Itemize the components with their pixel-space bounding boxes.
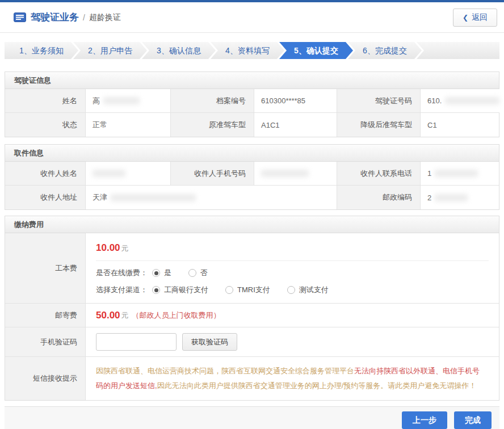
field-value-new-class: C1 <box>421 113 499 137</box>
step-tab-1[interactable]: 1、业务须知 <box>5 42 78 59</box>
field-label-zip: 邮政编码 <box>337 186 421 209</box>
back-button-label: 返回 <box>472 12 488 23</box>
radio-icon <box>188 269 196 277</box>
breadcrumb-separator: / <box>83 13 85 22</box>
field-value-status: 正常 <box>86 113 171 137</box>
sms-notice-text: 因陕西省联通、电信运营商技术问题，陕西省互联网交通安全综合服务管理平台无法向持陕… <box>96 357 489 400</box>
field-value-recipient-name <box>86 162 171 186</box>
section-title: 取件信息 <box>5 145 499 162</box>
field-label-captcha: 手机验证码 <box>5 327 86 357</box>
radio-icon <box>152 269 160 277</box>
radio-icon <box>287 286 295 294</box>
field-label-recipient-mobile: 收件人手机号码 <box>171 162 254 186</box>
redacted-value <box>93 170 125 177</box>
online-pay-label: 是否在线缴费： <box>96 268 148 278</box>
field-label-orig-class: 原准驾车型 <box>171 113 254 137</box>
page-title: 驾驶证业务 <box>31 11 79 24</box>
field-value-license-no: 610. <box>421 89 499 113</box>
redacted-value <box>103 97 140 104</box>
field-label-recipient-phone: 收件人联系电话 <box>337 162 421 186</box>
radio-icon <box>225 286 233 294</box>
redacted-value <box>111 194 196 201</box>
step-tab-3[interactable]: 3、确认信息 <box>142 42 216 59</box>
field-label-sms-notice: 短信接收提示 <box>5 357 86 400</box>
radio-online-no[interactable]: 否 <box>188 268 208 278</box>
chevron-left-icon: ❮ <box>463 14 468 22</box>
pickup-info-section: 取件信息 收件人姓名 收件人手机号码 收件人联系电话 1 收件人地址 天津 邮政… <box>5 144 499 210</box>
field-value-recipient-mobile <box>254 162 337 186</box>
field-value-name: 高 <box>86 89 171 113</box>
field-label-postage: 邮寄费 <box>5 304 86 327</box>
card-fee-amount: 10.00元 <box>96 233 489 261</box>
online-pay-row: 是否在线缴费： 是 否 <box>96 268 489 278</box>
field-label-name: 姓名 <box>5 89 86 113</box>
card-fee-body: 10.00元 是否在线缴费： 是 否 选择支付渠道： 工商银行支付 <box>86 233 499 304</box>
field-value-address: 天津 <box>86 186 337 209</box>
action-footer: 上一步 完成 <box>5 406 499 429</box>
back-button[interactable]: ❮ 返回 <box>453 9 497 27</box>
step-tab-4[interactable]: 4、资料填写 <box>211 42 284 59</box>
pay-channel-row: 选择支付渠道： 工商银行支付 TMRI支付 测试支付 <box>96 285 489 295</box>
postage-body: 50.00元 （邮政人员上门收取费用） <box>86 304 499 327</box>
field-value-file-no: 610300****85 <box>254 89 337 113</box>
field-value-recipient-phone: 1 <box>421 162 499 186</box>
step-tab-2[interactable]: 2、用户申告 <box>73 42 147 59</box>
radio-online-yes[interactable]: 是 <box>152 268 171 278</box>
breadcrumb-current: 超龄换证 <box>89 12 121 23</box>
section-title: 驾驶证信息 <box>5 72 499 89</box>
field-label-new-class: 降级后准驾车型 <box>337 113 421 137</box>
field-label-recipient-name: 收件人姓名 <box>5 162 86 186</box>
radio-channel-icbc[interactable]: 工商银行支付 <box>152 285 208 295</box>
step-tab-bar: 1、业务须知 2、用户申告 3、确认信息 4、资料填写 5、确认提交 6、完成提… <box>5 42 499 59</box>
radio-channel-tmri[interactable]: TMRI支付 <box>225 285 270 295</box>
previous-step-button[interactable]: 上一步 <box>402 411 447 429</box>
radio-channel-test[interactable]: 测试支付 <box>287 285 329 295</box>
field-label-card-fee: 工本费 <box>5 233 86 304</box>
finish-button[interactable]: 完成 <box>454 411 492 429</box>
get-code-button[interactable]: 获取验证码 <box>182 333 237 351</box>
step-tab-5-active[interactable]: 5、确认提交 <box>279 42 353 59</box>
field-label-license-no: 驾驶证号码 <box>337 89 421 113</box>
step-tab-6[interactable]: 6、完成提交 <box>348 42 422 59</box>
field-value-orig-class: A1C1 <box>254 113 337 137</box>
captcha-body: 获取验证码 <box>86 327 499 357</box>
field-value-zip: 2 <box>421 186 499 209</box>
field-label-status: 状态 <box>5 113 86 137</box>
sms-notice-body: 因陕西省联通、电信运营商技术问题，陕西省互联网交通安全综合服务管理平台无法向持陕… <box>86 357 499 400</box>
section-title: 缴纳费用 <box>5 216 499 233</box>
pay-channel-label: 选择支付渠道： <box>96 285 148 295</box>
radio-icon <box>152 286 160 294</box>
redacted-value <box>435 170 478 177</box>
license-info-section: 驾驶证信息 姓名 高 档案编号 610300****85 驾驶证号码 610. … <box>5 72 499 137</box>
redacted-value <box>445 97 499 104</box>
postage-note: （邮政人员上门收取费用） <box>132 310 221 321</box>
field-label-address: 收件人地址 <box>5 186 86 209</box>
license-list-icon <box>14 12 26 22</box>
redacted-value <box>261 170 309 177</box>
redacted-value <box>435 194 468 201</box>
page-header: 驾驶证业务 / 超龄换证 ❮ 返回 <box>0 2 504 33</box>
field-label-file-no: 档案编号 <box>171 89 254 113</box>
captcha-input[interactable] <box>96 333 177 351</box>
payment-section: 缴纳费用 工本费 10.00元 是否在线缴费： 是 否 选择支付渠道： <box>5 216 499 401</box>
step-tab-filler <box>417 42 499 59</box>
